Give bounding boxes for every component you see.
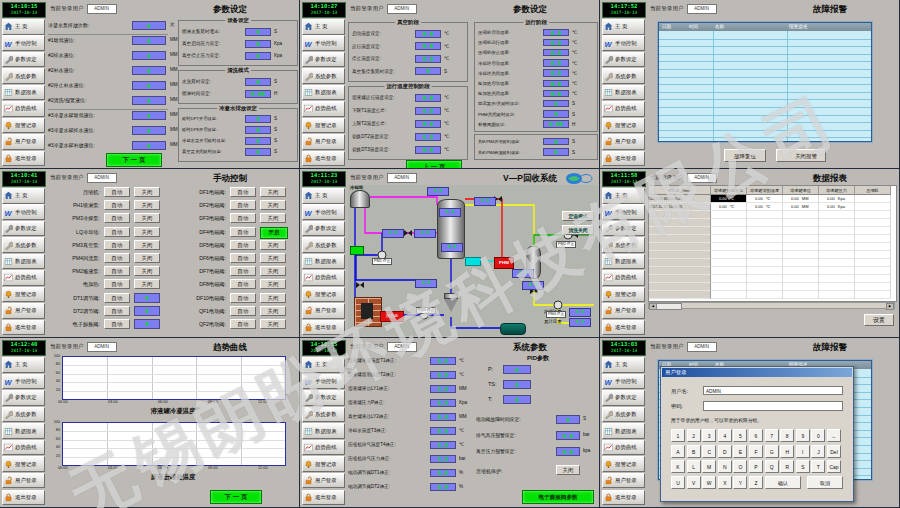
report-value-cell[interactable]: [711, 259, 747, 267]
report-value-cell[interactable]: [747, 251, 783, 259]
sidebar-item-user-login[interactable]: 用户登录: [302, 303, 345, 319]
auto-mode-button[interactable]: 自动: [230, 187, 256, 197]
param-value-field[interactable]: 0.0: [543, 90, 569, 98]
param-value-field[interactable]: 0.00: [245, 90, 271, 98]
auto-mode-button[interactable]: 自动: [230, 200, 256, 210]
report-value-cell[interactable]: [783, 275, 819, 283]
keyboard-key[interactable]: D: [718, 445, 732, 458]
login-user-value[interactable]: ADMIN: [387, 173, 417, 183]
keyboard-key[interactable]: L: [687, 460, 701, 473]
param-value-field[interactable]: 0: [132, 21, 166, 30]
param-value-field[interactable]: 0: [132, 126, 166, 135]
device-state-button[interactable]: 关闭: [134, 279, 160, 289]
report-value-cell[interactable]: [783, 219, 819, 227]
report-time-cell[interactable]: [649, 227, 711, 235]
param-value-field[interactable]: 0.0: [543, 49, 569, 57]
report-column-header[interactable]: 溶液罐液位: [783, 186, 819, 195]
report-value-cell[interactable]: [819, 291, 855, 299]
username-combobox[interactable]: ADMIN: [703, 386, 843, 395]
auto-mode-button[interactable]: 自动: [104, 279, 130, 289]
prev-page-button[interactable]: 上 一 页: [406, 160, 462, 169]
report-value-cell[interactable]: [855, 283, 891, 291]
report-value-cell[interactable]: [783, 251, 819, 259]
param-value-field[interactable]: 0: [543, 110, 569, 118]
login-user-value[interactable]: ADMIN: [87, 173, 117, 183]
report-value-cell[interactable]: 0.00℃: [711, 195, 747, 203]
param-value-field[interactable]: 0.0: [415, 42, 441, 50]
alarm-mute-button[interactable]: 关闭报警: [776, 149, 826, 162]
report-value-cell[interactable]: [819, 283, 855, 291]
sidebar-item-home[interactable]: 主 页: [302, 188, 345, 204]
keyboard-key[interactable]: W: [702, 476, 716, 489]
device-state-button[interactable]: 关闭: [134, 227, 160, 237]
report-column-header[interactable]: 溶液罐溶剂温度: [747, 186, 783, 195]
param-value-field[interactable]: 0: [245, 126, 271, 134]
sidebar-item-trend-curves[interactable]: 趋势曲线: [302, 270, 345, 286]
report-value-cell[interactable]: [783, 243, 819, 251]
keyboard-key[interactable]: H: [780, 445, 794, 458]
sidebar-item-alarm-records[interactable]: 报警记录: [2, 118, 45, 134]
password-input[interactable]: [703, 401, 843, 411]
report-value-cell[interactable]: [783, 235, 819, 243]
sidebar-item-user-login[interactable]: 用户登录: [302, 473, 345, 489]
login-user-value[interactable]: ADMIN: [687, 342, 717, 352]
report-time-cell[interactable]: [649, 291, 711, 299]
sidebar-item-manual-control[interactable]: W手动控制: [302, 204, 345, 220]
auto-mode-button[interactable]: 自动: [104, 187, 130, 197]
sidebar-item-param-settings[interactable]: 参数设定: [602, 390, 645, 406]
sidebar-item-logout[interactable]: 退出登录: [602, 151, 645, 167]
keyboard-key[interactable]: P: [749, 460, 763, 473]
auto-mode-button[interactable]: 自动: [230, 279, 256, 289]
sidebar-item-param-settings[interactable]: 参数设定: [602, 52, 645, 68]
sidebar-item-data-report[interactable]: 数据报表: [302, 85, 345, 101]
keyboard-key[interactable]: T: [811, 460, 825, 473]
report-time-cell[interactable]: [649, 211, 711, 219]
param-value-field[interactable]: 0: [543, 138, 569, 146]
report-value-cell[interactable]: [711, 251, 747, 259]
sidebar-item-alarm-records[interactable]: 报警记录: [302, 456, 345, 472]
sidebar-item-data-report[interactable]: 数据报表: [2, 423, 45, 439]
keyboard-key[interactable]: O: [733, 460, 747, 473]
report-value-cell[interactable]: [783, 291, 819, 299]
sidebar-item-trend-curves[interactable]: 趋势曲线: [2, 101, 45, 117]
sidebar-item-user-login[interactable]: 用户登录: [602, 473, 645, 489]
sidebar-item-alarm-records[interactable]: 报警记录: [302, 287, 345, 303]
report-value-cell[interactable]: [711, 283, 747, 291]
sidebar-item-data-report[interactable]: 数据报表: [2, 85, 45, 101]
device-state-button[interactable]: 关闭: [134, 213, 160, 223]
sidebar-item-trend-curves[interactable]: 趋势曲线: [602, 270, 645, 286]
device-state-button[interactable]: 关闭: [260, 293, 286, 303]
param-value-field[interactable]: 0: [132, 66, 166, 75]
param-value-field[interactable]: 0: [132, 96, 166, 105]
param-value-field[interactable]: 0: [245, 148, 271, 156]
sidebar-item-param-settings[interactable]: 参数设定: [302, 221, 345, 237]
sidebar-item-system-params[interactable]: 系统参数: [302, 407, 345, 423]
auto-mode-button[interactable]: 自动: [104, 319, 130, 329]
report-value-cell[interactable]: [819, 251, 855, 259]
report-value-cell[interactable]: [747, 243, 783, 251]
report-value-cell[interactable]: [855, 251, 891, 259]
sidebar-item-param-settings[interactable]: 参数设定: [302, 52, 345, 68]
setting-value[interactable]: 0: [556, 415, 580, 424]
keyboard-key[interactable]: 9: [796, 429, 810, 442]
sidebar-item-logout[interactable]: 退出登录: [2, 320, 45, 336]
report-value-cell[interactable]: [711, 275, 747, 283]
keyboard-key[interactable]: Cap: [827, 460, 841, 473]
login-user-value[interactable]: ADMIN: [687, 4, 717, 14]
param-value-field[interactable]: 0.0: [543, 80, 569, 88]
sidebar-item-logout[interactable]: 退出登录: [2, 151, 45, 167]
device-state-button[interactable]: 关闭: [260, 319, 286, 329]
param-value-field[interactable]: 0.0: [415, 30, 441, 38]
keyboard-key[interactable]: R: [780, 460, 794, 473]
report-value-cell[interactable]: [855, 275, 891, 283]
login-user-value[interactable]: ADMIN: [387, 4, 417, 14]
param-value-field[interactable]: 0.0: [415, 133, 441, 141]
keyboard-key[interactable]: B: [687, 445, 701, 458]
setting-value[interactable]: 0.0: [556, 447, 580, 456]
report-value-cell[interactable]: [819, 275, 855, 283]
next-page-button[interactable]: 下 一 页: [106, 153, 162, 167]
sidebar-item-manual-control[interactable]: W手动控制: [602, 204, 645, 220]
report-value-cell[interactable]: [819, 235, 855, 243]
sidebar-item-system-params[interactable]: 系统参数: [2, 237, 45, 253]
sidebar-item-alarm-records[interactable]: 报警记录: [2, 456, 45, 472]
